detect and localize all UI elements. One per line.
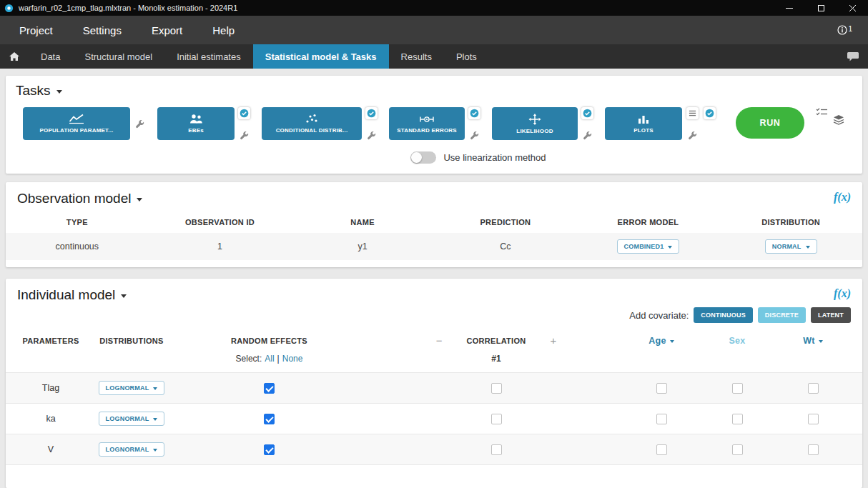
covariate-sex-header[interactable]: Sex xyxy=(701,323,773,351)
chevron-down-icon xyxy=(806,246,810,249)
close-button[interactable] xyxy=(837,0,868,16)
ka-correlation-checkbox[interactable] xyxy=(491,414,502,424)
task-group-standard-errors: STANDARD ERRORS xyxy=(389,107,481,140)
scenario-checklist-button[interactable] xyxy=(816,107,828,125)
task-population-parameters-settings-button[interactable] xyxy=(135,119,144,129)
tlag-age-covariate-checkbox[interactable] xyxy=(656,383,667,394)
task-ebes-enabled-checkbox[interactable] xyxy=(238,107,250,119)
tab-structural-model[interactable]: Structural model xyxy=(72,44,164,69)
task-plots-button[interactable]: PLOTS xyxy=(605,107,682,140)
task-conditional-distribution-enabled-checkbox[interactable] xyxy=(365,107,378,119)
individual-model-section: Individual model f(x) Add covariate: CON… xyxy=(6,279,862,488)
distribution-dropdown[interactable]: NORMAL xyxy=(765,239,817,254)
task-conditional-distribution-settings-button[interactable] xyxy=(367,131,376,140)
v-age-covariate-checkbox[interactable] xyxy=(656,444,667,455)
ka-sex-covariate-checkbox[interactable] xyxy=(732,414,743,424)
remove-correlation-button[interactable]: − xyxy=(436,334,443,347)
wrench-icon xyxy=(470,131,479,140)
tasks-section: Tasks POPULATION PARAMET... xyxy=(6,76,862,174)
select-none-link[interactable]: None xyxy=(282,354,303,364)
task-likelihood-button[interactable]: LIKELIHOOD xyxy=(492,107,578,140)
task-standard-errors-settings-button[interactable] xyxy=(470,131,479,140)
v-distribution-dropdown[interactable]: LOGNORMAL xyxy=(99,442,165,457)
task-standard-errors-enabled-checkbox[interactable] xyxy=(468,107,480,119)
task-likelihood-settings-button[interactable] xyxy=(583,131,592,140)
linearization-toggle-label: Use linearization method xyxy=(443,152,546,163)
minimize-button[interactable] xyxy=(774,0,805,16)
tab-results[interactable]: Results xyxy=(389,44,444,69)
error-model-dropdown[interactable]: COMBINED1 xyxy=(617,239,680,254)
v-random-effect-checkbox[interactable] xyxy=(264,444,275,455)
v-correlation-checkbox[interactable] xyxy=(491,444,502,455)
tlag-random-effect-checkbox[interactable] xyxy=(264,383,275,394)
add-continuous-covariate-button[interactable]: CONTINUOUS xyxy=(694,307,753,323)
tab-initial-estimates[interactable]: Initial estimates xyxy=(164,44,253,69)
run-button[interactable]: RUN xyxy=(736,107,804,139)
ka-wt-covariate-checkbox[interactable] xyxy=(808,414,819,424)
add-latent-covariate-button[interactable]: LATENT xyxy=(811,307,851,323)
toggle-knob xyxy=(411,152,422,163)
observation-model-heading[interactable]: Observation model xyxy=(17,191,142,206)
column-header-prediction: PREDICTION xyxy=(434,211,577,233)
task-plots-settings-button[interactable] xyxy=(688,131,697,140)
v-wt-covariate-checkbox[interactable] xyxy=(808,444,819,455)
task-plots-enabled-checkbox[interactable] xyxy=(704,107,716,119)
feedback-button[interactable] xyxy=(847,44,868,69)
observation-type: continuous xyxy=(6,233,149,260)
menu-item-export[interactable]: Export xyxy=(137,24,197,36)
observation-table-header: TYPE OBSERVATION ID NAME PREDICTION ERRO… xyxy=(6,211,862,233)
tlag-distribution-dropdown[interactable]: LOGNORMAL xyxy=(99,381,165,395)
page-content: Tasks POPULATION PARAMET... xyxy=(0,69,868,488)
select-all-link[interactable]: All xyxy=(265,354,274,364)
menu-item-help[interactable]: Help xyxy=(197,24,250,36)
covariate-age-header[interactable]: Age xyxy=(621,323,701,351)
home-tab[interactable] xyxy=(0,44,29,69)
check-circle-icon xyxy=(240,109,249,118)
covariate-wt-header[interactable]: Wt xyxy=(773,323,853,351)
chevron-down-icon xyxy=(819,340,823,343)
ka-random-effect-checkbox[interactable] xyxy=(264,414,275,424)
tab-data[interactable]: Data xyxy=(29,44,72,69)
task-conditional-distribution-button[interactable]: CONDITIONAL DISTRIB... xyxy=(262,107,362,140)
parameter-row-tlag: Tlag LOGNORMAL xyxy=(6,372,862,403)
ka-distribution-dropdown[interactable]: LOGNORMAL xyxy=(99,412,165,426)
tasks-heading[interactable]: Tasks xyxy=(16,83,852,99)
task-ebes-settings-button[interactable] xyxy=(240,131,249,140)
tab-plots[interactable]: Plots xyxy=(444,44,489,69)
menu-item-project[interactable]: Project xyxy=(4,24,68,36)
add-correlation-button[interactable]: + xyxy=(551,334,557,347)
tlag-correlation-checkbox[interactable] xyxy=(491,383,502,394)
add-discrete-covariate-button[interactable]: DISCRETE xyxy=(758,307,806,323)
tlag-sex-covariate-checkbox[interactable] xyxy=(732,383,743,394)
notifications-button[interactable]: 1 xyxy=(837,25,864,35)
observation-id: 1 xyxy=(149,233,292,260)
linearization-toggle[interactable] xyxy=(410,151,436,164)
individual-formula-button[interactable]: f(x) xyxy=(834,287,851,300)
column-header-error-model: ERROR MODEL xyxy=(577,211,720,233)
plots-report-button[interactable] xyxy=(686,107,699,119)
column-header-distribution: DISTRIBUTION xyxy=(719,211,862,233)
tlag-wt-covariate-checkbox[interactable] xyxy=(808,383,819,394)
task-ebes-button[interactable]: EBEs xyxy=(157,107,235,140)
arrows-icon xyxy=(528,114,541,125)
parameter-name: Tlag xyxy=(6,373,96,403)
chevron-down-icon xyxy=(670,340,674,343)
task-layers-button[interactable] xyxy=(833,114,844,125)
app-icon xyxy=(4,4,14,13)
task-population-parameters-button[interactable]: POPULATION PARAMET... xyxy=(23,107,130,140)
people-icon xyxy=(189,114,203,124)
v-sex-covariate-checkbox[interactable] xyxy=(732,444,743,455)
task-standard-errors-button[interactable]: STANDARD ERRORS xyxy=(389,107,465,140)
task-group-conditional-distribution: CONDITIONAL DISTRIB... xyxy=(262,107,378,140)
task-likelihood-enabled-checkbox[interactable] xyxy=(581,107,593,119)
maximize-button[interactable] xyxy=(805,0,837,16)
window-titlebar: warfarin_r02_1cmp_tlag.mlxtran - Monolix… xyxy=(0,0,868,16)
ka-age-covariate-checkbox[interactable] xyxy=(656,414,667,424)
tab-statistical-model-tasks[interactable]: Statistical model & Tasks xyxy=(253,44,389,69)
observation-formula-button[interactable]: f(x) xyxy=(834,191,851,204)
column-header-name: NAME xyxy=(291,211,434,233)
individual-model-heading[interactable]: Individual model xyxy=(17,287,127,303)
task-group-plots: PLOTS xyxy=(605,107,716,140)
menu-item-settings[interactable]: Settings xyxy=(68,24,137,36)
task-group-likelihood: LIKELIHOOD xyxy=(492,107,594,140)
